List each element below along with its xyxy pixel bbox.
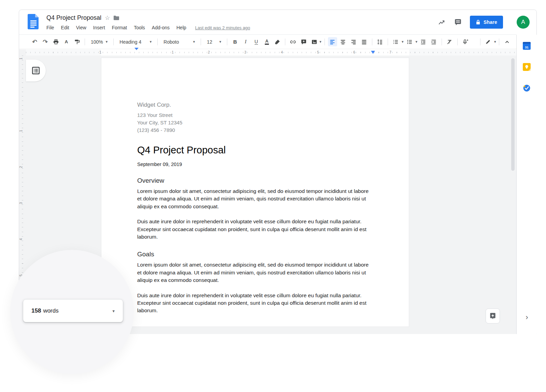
- menu-addons[interactable]: Add-ons: [152, 25, 170, 30]
- align-left-button[interactable]: [328, 37, 337, 46]
- insert-image-button[interactable]: [310, 37, 319, 46]
- star-icon[interactable]: ☆: [105, 15, 110, 21]
- ruler-number: 4: [281, 50, 283, 54]
- tasks-icon[interactable]: [523, 84, 531, 92]
- decrease-indent-button[interactable]: [419, 37, 428, 46]
- italic-button[interactable]: I: [245, 39, 246, 45]
- zoom-select[interactable]: 100% ▾: [88, 37, 110, 46]
- spellcheck-button[interactable]: A ✓: [62, 37, 71, 46]
- lock-icon: [476, 19, 480, 25]
- ruler-number: 1: [19, 58, 23, 60]
- align-right-button[interactable]: [349, 37, 358, 46]
- menu-insert[interactable]: Insert: [93, 25, 105, 30]
- chevron-down-icon[interactable]: ▾: [402, 40, 404, 44]
- share-button[interactable]: Share: [470, 16, 503, 29]
- voice-typing-button[interactable]: [461, 37, 470, 46]
- docs-logo-icon[interactable]: [28, 14, 39, 30]
- toolbar-divider: [388, 39, 388, 45]
- chevron-down-icon[interactable]: ▾: [415, 40, 417, 44]
- undo-button[interactable]: ↶: [30, 37, 39, 46]
- screenshot-root: { "header": { "title": "Q4 Project Propo…: [0, 0, 546, 392]
- word-count-widget[interactable]: 158 words ▾: [23, 300, 123, 322]
- font-select[interactable]: Roboto ▾: [161, 37, 198, 46]
- menu-edit[interactable]: Edit: [61, 25, 69, 30]
- top-bar: Q4 Project Proposal ☆ File Edit View Ins…: [19, 10, 536, 34]
- ruler-number: 4: [19, 238, 23, 240]
- word-count-value: 158: [31, 307, 41, 314]
- explore-button[interactable]: [486, 308, 500, 323]
- menu-view[interactable]: View: [76, 25, 86, 30]
- last-edit-link[interactable]: Last edit was 2 minutes ago: [195, 25, 250, 30]
- address-line: Your City, ST 12345: [137, 119, 373, 126]
- toolbar-divider: [499, 39, 499, 45]
- calendar-icon[interactable]: 31: [523, 42, 531, 50]
- document-title[interactable]: Q4 Project Proposal: [46, 14, 101, 21]
- highlight-color-button[interactable]: [273, 37, 282, 46]
- move-folder-icon[interactable]: [113, 15, 119, 20]
- ruler-number: 3: [244, 50, 246, 54]
- menu-bar: File Edit View Insert Format Tools Add-o…: [46, 24, 250, 32]
- bold-button[interactable]: B: [230, 37, 240, 46]
- insights-icon[interactable]: [437, 18, 446, 27]
- account-avatar[interactable]: A: [517, 16, 530, 29]
- title-block: Q4 Project Proposal ☆ File Edit View Ins…: [46, 13, 250, 32]
- paragraph-style-select[interactable]: Heading 4 ▾: [117, 37, 154, 46]
- keep-icon[interactable]: [523, 63, 531, 71]
- toolbar-divider: [227, 39, 227, 45]
- right-indent-marker[interactable]: [371, 51, 375, 54]
- show-side-panel-chevron[interactable]: ›: [517, 314, 537, 321]
- toolbar-divider: [157, 39, 158, 45]
- menu-help[interactable]: Help: [176, 25, 186, 30]
- paragraph: Duis aute irure dolor in reprehenderit i…: [137, 218, 373, 241]
- toolbar-divider: [85, 39, 85, 45]
- insert-link-button[interactable]: [288, 37, 298, 46]
- increase-indent-button[interactable]: [429, 37, 439, 46]
- toolbar-divider: [113, 39, 114, 45]
- document-page[interactable]: Widget Corp. 123 Your Street Your City, …: [101, 58, 409, 327]
- chevron-down-icon: ▾: [193, 40, 195, 44]
- ruler-number: 5: [317, 50, 319, 54]
- underline-button[interactable]: U: [255, 39, 258, 45]
- ruler-number: 2: [208, 50, 210, 54]
- address-line: 123 Your Street: [137, 111, 373, 119]
- ruler-number: 3: [19, 202, 23, 204]
- bulleted-list-button[interactable]: [405, 37, 414, 46]
- horizontal-ruler: 1 1 2 3 4 5 6 7: [19, 49, 516, 56]
- text-color-button[interactable]: A: [265, 39, 269, 45]
- numbered-list-button[interactable]: [391, 37, 400, 46]
- comment-history-icon[interactable]: [454, 18, 462, 27]
- add-comment-button[interactable]: [299, 37, 308, 46]
- paint-format-button[interactable]: [72, 37, 82, 46]
- ruler-number: 1: [19, 130, 23, 132]
- word-count-dropdown-icon[interactable]: ▾: [112, 308, 115, 314]
- toolbar-divider: [285, 39, 285, 45]
- toolbar-divider: [325, 39, 325, 45]
- chevron-down-icon: ▾: [106, 40, 108, 44]
- menu-tools[interactable]: Tools: [134, 25, 145, 30]
- editing-mode-button[interactable]: [484, 37, 493, 46]
- font-size-select[interactable]: 12 ▾: [204, 37, 224, 46]
- toolbar-divider: [442, 39, 442, 45]
- document-date: September 09, 2019: [137, 162, 373, 167]
- line-spacing-button[interactable]: [375, 37, 385, 46]
- word-count-label: words: [43, 307, 58, 314]
- chevron-down-icon[interactable]: ▾: [494, 40, 496, 44]
- paragraph: Lorem ipsum dolor sit amet, consectetur …: [137, 261, 373, 284]
- explore-icon: [489, 312, 497, 320]
- document-outline-button[interactable]: [26, 60, 46, 81]
- ruler-number: 1: [172, 50, 174, 54]
- clear-formatting-button[interactable]: [445, 37, 454, 46]
- redo-button[interactable]: ↷: [41, 37, 50, 46]
- toolbar-divider: [372, 39, 372, 45]
- print-button[interactable]: [51, 37, 60, 46]
- align-center-button[interactable]: [339, 37, 348, 46]
- vertical-scrollbar[interactable]: [511, 58, 515, 171]
- address-line: (123) 456 - 7890: [137, 126, 373, 134]
- justify-button[interactable]: [360, 37, 369, 46]
- chevron-down-icon[interactable]: ▾: [319, 40, 321, 44]
- paragraph: Duis aute irure dolor in reprehenderit i…: [137, 292, 373, 315]
- menu-format[interactable]: Format: [112, 25, 127, 30]
- paragraph: Lorem ipsum dolor sit amet, consectetur …: [137, 187, 373, 210]
- collapse-toolbar-button[interactable]: [502, 37, 512, 46]
- menu-file[interactable]: File: [46, 25, 54, 30]
